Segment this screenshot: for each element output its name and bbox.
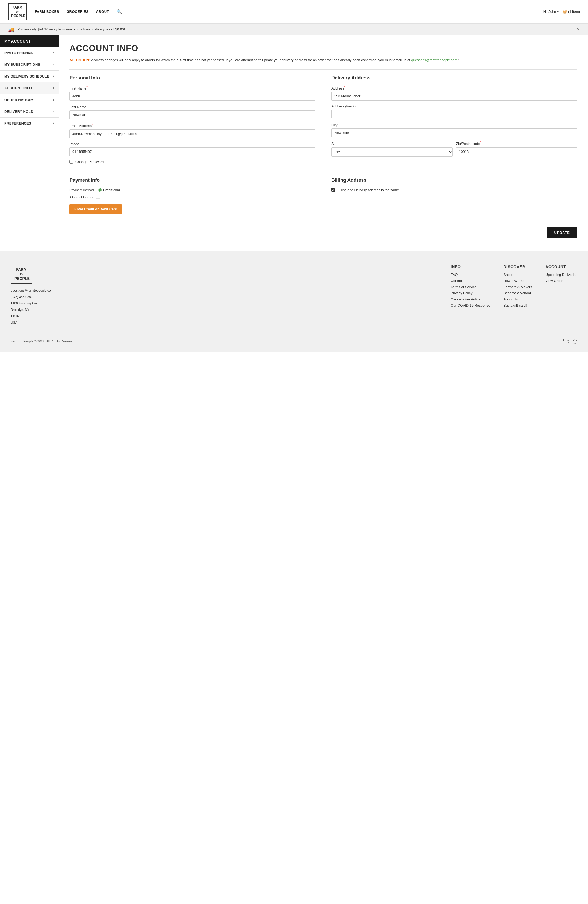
- footer-col-account: ACCOUNT Upcoming Deliveries View Order: [545, 265, 577, 310]
- footer-link-how-it-works[interactable]: How It Works: [504, 279, 532, 283]
- facebook-icon[interactable]: f: [563, 339, 564, 344]
- address-label: Address*: [332, 85, 577, 90]
- footer-link-privacy[interactable]: Privacy Policy: [450, 291, 490, 295]
- address-input[interactable]: [332, 92, 577, 101]
- chevron-right-icon: ›: [53, 121, 54, 125]
- chevron-right-icon: ›: [53, 86, 54, 90]
- logo-to: to: [16, 10, 19, 13]
- credit-card-radio-option[interactable]: Credit card: [98, 188, 120, 192]
- footer-bottom: Farm To People © 2022. All Rights Reserv…: [11, 334, 577, 344]
- sidebar-item-delivery-hold[interactable]: DELIVERY HOLD ›: [0, 106, 58, 118]
- city-field-group: City*: [332, 122, 577, 137]
- enter-card-button[interactable]: Enter Credit or Debit Card: [70, 204, 122, 214]
- footer-col-discover: DISCOVER Shop How It Works Farmers & Mak…: [504, 265, 532, 310]
- update-button[interactable]: UPDATE: [547, 228, 577, 238]
- main-content: ACCOUNT INFO ATTENTION: Address changes …: [59, 35, 588, 251]
- update-row: UPDATE: [70, 222, 577, 243]
- promo-banner: 🚚 You are only $24.90 away from reaching…: [0, 24, 588, 35]
- section-divider-2: [70, 172, 577, 172]
- first-name-input[interactable]: [70, 92, 315, 101]
- footer-link-contact[interactable]: Contact: [450, 279, 490, 283]
- cc-mask-stars: ***********: [70, 196, 94, 201]
- sidebar-item-order-history[interactable]: ORDER HISTORY ›: [0, 94, 58, 106]
- footer-link-shop[interactable]: Shop: [504, 273, 532, 277]
- payment-method-label: Payment method: [70, 188, 94, 193]
- footer-brand: FARM to PEOPLE questions@farmtopeople.co…: [11, 265, 54, 326]
- banner-close-button[interactable]: ✕: [577, 27, 580, 32]
- footer-link-covid[interactable]: Our COVID-19 Response: [450, 303, 490, 307]
- social-icons: f t ◯: [563, 339, 577, 344]
- first-name-field-group: First Name*: [70, 85, 315, 101]
- email-input[interactable]: [70, 130, 315, 138]
- footer-col-info: INFO FAQ Contact Terms of Service Privac…: [450, 265, 490, 310]
- address2-input[interactable]: [332, 110, 577, 119]
- sidebar-item-preferences[interactable]: PREFERENCES ›: [0, 118, 58, 130]
- last-name-input[interactable]: [70, 111, 315, 119]
- state-label: State*: [332, 141, 453, 146]
- billing-same-checkbox[interactable]: [332, 188, 335, 192]
- twitter-icon[interactable]: t: [568, 339, 569, 344]
- credit-card-radio[interactable]: [98, 188, 101, 192]
- main-nav: FARM BOXES GROCERIES ABOUT 🔍: [35, 9, 122, 14]
- change-password-checkbox-row[interactable]: Change Password: [70, 160, 315, 164]
- instagram-icon[interactable]: ◯: [572, 339, 577, 344]
- footer-link-about[interactable]: About Us: [504, 297, 532, 301]
- cart-label: (1 item): [568, 9, 580, 14]
- nav-about[interactable]: ABOUT: [96, 9, 109, 14]
- state-select[interactable]: NY: [332, 147, 453, 156]
- billing-address-col: Billing Address Billing and Delivery add…: [332, 177, 577, 214]
- footer-contact: questions@farmtopeople.com (347) 455-038…: [11, 288, 54, 326]
- billing-same-checkbox-row[interactable]: Billing and Delivery address is the same: [332, 188, 577, 192]
- first-name-label: First Name*: [70, 85, 315, 90]
- footer-link-upcoming[interactable]: Upcoming Deliveries: [545, 273, 577, 277]
- last-name-label: Last Name*: [70, 104, 315, 109]
- footer-email: questions@farmtopeople.com: [11, 288, 54, 294]
- change-password-label: Change Password: [75, 160, 104, 164]
- footer-account-title: ACCOUNT: [545, 265, 577, 269]
- sidebar-item-delivery-schedule[interactable]: MY DELIVERY SCHEDULE ›: [0, 71, 58, 82]
- sidebar-title: MY ACCOUNT: [0, 35, 58, 47]
- zip-input[interactable]: [456, 147, 577, 156]
- phone-field-group: Phone: [70, 142, 315, 156]
- footer-link-gift-card[interactable]: Buy a gift card!: [504, 303, 532, 307]
- sidebar-item-invite-friends[interactable]: INVITE FRIENDS ›: [0, 47, 58, 59]
- section-divider: [70, 70, 577, 70]
- truck-icon: 🚚: [8, 26, 15, 33]
- attention-email-link[interactable]: questions@farmtopeople.com: [411, 58, 458, 62]
- site-logo[interactable]: FARM to PEOPLE: [8, 3, 27, 20]
- phone-input[interactable]: [70, 147, 315, 156]
- state-field-group: State* NY: [332, 141, 453, 156]
- page-title: ACCOUNT INFO: [70, 43, 577, 53]
- main-container: MY ACCOUNT INVITE FRIENDS › MY SUBSCRIPT…: [0, 35, 588, 251]
- sidebar-item-account-info[interactable]: ACCOUNT INFO ›: [0, 82, 58, 94]
- logo-line2: PEOPLE: [11, 14, 25, 17]
- user-greeting[interactable]: Hi, John ▾: [543, 9, 559, 14]
- payment-info-title: Payment Info: [70, 177, 315, 183]
- footer-link-farmers[interactable]: Farmers & Makers: [504, 285, 532, 289]
- chevron-right-icon: ›: [53, 63, 54, 66]
- footer-link-view-order[interactable]: View Order: [545, 279, 577, 283]
- cc-last4: [96, 198, 100, 199]
- zip-field-group: Zip/Postal code*: [456, 141, 577, 156]
- sidebar-item-my-subscriptions[interactable]: MY SUBSCRIPTIONS ›: [0, 59, 58, 71]
- cart-icon: 🧺: [563, 9, 567, 14]
- footer-address-line2: Brooklyn, NY: [11, 307, 54, 313]
- city-input[interactable]: [332, 128, 577, 137]
- chevron-right-icon: ›: [53, 110, 54, 113]
- footer-phone: (347) 455-0387: [11, 294, 54, 300]
- nav-groceries[interactable]: GROCERIES: [66, 9, 89, 14]
- banner-message: You are only $24.90 away from reaching a…: [17, 27, 125, 31]
- footer-link-cancellation[interactable]: Cancellation Policy: [450, 297, 490, 301]
- personal-info-col: Personal Info First Name* Last Name* Em: [70, 75, 315, 164]
- footer-link-tos[interactable]: Terms of Service: [450, 285, 490, 289]
- nav-farm-boxes[interactable]: FARM BOXES: [35, 9, 59, 14]
- address2-field-group: Address (line 2): [332, 104, 577, 119]
- chevron-right-icon: ›: [53, 74, 54, 78]
- footer-link-faq[interactable]: FAQ: [450, 273, 490, 277]
- change-password-checkbox[interactable]: [70, 160, 73, 164]
- footer-link-vendor[interactable]: Become a Vendor: [504, 291, 532, 295]
- cart-icon-wrap[interactable]: 🧺 (1 item): [563, 9, 580, 14]
- footer-logo[interactable]: FARM to PEOPLE: [11, 265, 32, 283]
- payment-billing-columns: Payment Info Payment method Credit card …: [70, 177, 577, 214]
- search-icon[interactable]: 🔍: [117, 9, 122, 14]
